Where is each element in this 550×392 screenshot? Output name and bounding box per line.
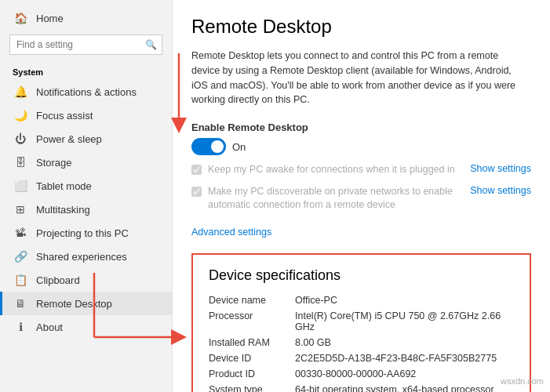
spec-label-product-id: Product ID: [209, 368, 295, 379]
sidebar-item-focus[interactable]: 🌙 Focus assist: [0, 103, 172, 127]
shared-icon: 🔗: [13, 250, 28, 263]
sidebar-item-label: Shared experiences: [36, 251, 127, 263]
sidebar-item-tablet[interactable]: ⬜ Tablet mode: [0, 174, 172, 198]
sidebar-item-about[interactable]: ℹ About: [0, 315, 172, 339]
sidebar-item-remote[interactable]: 🖥 Remote Desktop: [0, 292, 172, 315]
sidebar-item-multitasking[interactable]: ⊞ Multitasking: [0, 198, 172, 221]
sidebar-item-label: Tablet mode: [36, 180, 92, 192]
sidebar-item-label: Power & sleep: [36, 133, 102, 145]
spec-label-device-id: Device ID: [209, 353, 295, 364]
option-row-2: Make my PC discoverable on private netwo…: [191, 185, 531, 212]
spec-label-device-name: Device name: [209, 295, 295, 306]
spec-row-ram: Installed RAM 8.00 GB: [209, 337, 514, 348]
device-specs-title: Device specifications: [209, 267, 514, 284]
tablet-icon: ⬜: [13, 180, 28, 192]
sidebar-item-label: About: [36, 321, 63, 333]
sidebar-item-clipboard[interactable]: 📋 Clipboard: [0, 268, 172, 292]
sidebar-item-home[interactable]: 🏠 Home: [0, 6, 172, 30]
spec-label-ram: Installed RAM: [209, 337, 295, 348]
spec-value-product-id: 00330-80000-00000-AA692: [295, 368, 514, 379]
device-specs-box: Device specifications Device name Office…: [191, 253, 531, 393]
sidebar-item-label: Notifications & actions: [36, 86, 137, 98]
spec-label-system-type: System type: [209, 384, 295, 393]
spec-row-product-id: Product ID 00330-80000-00000-AA692: [209, 368, 514, 379]
spec-value-ram: 8.00 GB: [295, 337, 514, 348]
home-label: Home: [36, 13, 64, 24]
sidebar-item-label: Clipboard: [36, 274, 80, 286]
sidebar-item-shared[interactable]: 🔗 Shared experiences: [0, 245, 172, 268]
sidebar-item-label: Multitasking: [36, 204, 90, 216]
option-row-1: Keep my PC awake for connections when it…: [191, 163, 531, 177]
sidebar-item-projecting[interactable]: 📽 Projecting to this PC: [0, 221, 172, 245]
power-icon: ⏻: [13, 132, 28, 145]
multitasking-icon: ⊞: [13, 203, 28, 216]
page-title: Remote Desktop: [191, 16, 531, 38]
sidebar-item-power[interactable]: ⏻ Power & sleep: [0, 127, 172, 151]
search-input[interactable]: [9, 34, 162, 55]
spec-value-processor: Intel(R) Core(TM) i5 CPU 750 @ 2.67GHz 2…: [295, 310, 514, 332]
spec-row-processor: Processor Intel(R) Core(TM) i5 CPU 750 @…: [209, 310, 514, 332]
toggle-label: Enable Remote Desktop: [191, 122, 531, 133]
search-container: 🔍: [9, 34, 162, 55]
spec-row-device-name: Device name Office-PC: [209, 295, 514, 306]
clipboard-icon: 📋: [13, 274, 28, 286]
remote-desktop-toggle[interactable]: [191, 138, 226, 155]
remote-icon: 🖥: [13, 297, 28, 310]
advanced-settings-link[interactable]: Advanced settings: [191, 227, 271, 238]
toggle-row: On: [191, 138, 531, 155]
sidebar-item-storage[interactable]: 🗄 Storage: [0, 151, 172, 174]
sidebar-item-label: Projecting to this PC: [36, 227, 129, 239]
option2-checkbox[interactable]: [191, 187, 202, 197]
show-settings-link-2[interactable]: Show settings: [470, 185, 531, 196]
storage-icon: 🗄: [13, 156, 28, 169]
focus-icon: 🌙: [13, 109, 28, 122]
spec-value-system-type: 64-bit operating system, x64-based proce…: [295, 384, 514, 393]
option2-text: Make my PC discoverable on private netwo…: [208, 185, 461, 212]
sidebar-item-label: Storage: [36, 157, 72, 169]
show-settings-link-1[interactable]: Show settings: [470, 163, 531, 174]
spec-row-system-type: System type 64-bit operating system, x64…: [209, 384, 514, 393]
notifications-icon: 🔔: [13, 85, 28, 98]
sidebar-item-label: Remote Desktop: [36, 298, 112, 310]
about-icon: ℹ: [13, 321, 28, 333]
system-section-title: System: [0, 63, 172, 80]
spec-label-processor: Processor: [209, 310, 295, 332]
option1-text: Keep my PC awake for connections when it…: [208, 163, 461, 177]
projecting-icon: 📽: [13, 227, 28, 239]
page-description: Remote Desktop lets you connect to and c…: [191, 49, 529, 107]
toggle-state-label: On: [232, 141, 246, 153]
sidebar-item-label: Focus assist: [36, 110, 93, 122]
home-icon: 🏠: [13, 12, 28, 24]
spec-row-device-id: Device ID 2C2E5D5D-A13B-4F23-B48C-FA5F30…: [209, 353, 514, 364]
spec-value-device-name: Office-PC: [295, 295, 514, 306]
spec-value-device-id: 2C2E5D5D-A13B-4F23-B48C-FA5F305B2775: [295, 353, 514, 364]
option1-checkbox[interactable]: [191, 165, 202, 175]
sidebar-item-notifications[interactable]: 🔔 Notifications & actions: [0, 80, 172, 103]
watermark: wsxdn.com: [501, 376, 544, 386]
search-icon: 🔍: [145, 39, 157, 50]
main-content: Remote Desktop Remote Desktop lets you c…: [173, 0, 550, 392]
sidebar: 🏠 Home 🔍 System 🔔 Notifications & action…: [0, 0, 173, 392]
